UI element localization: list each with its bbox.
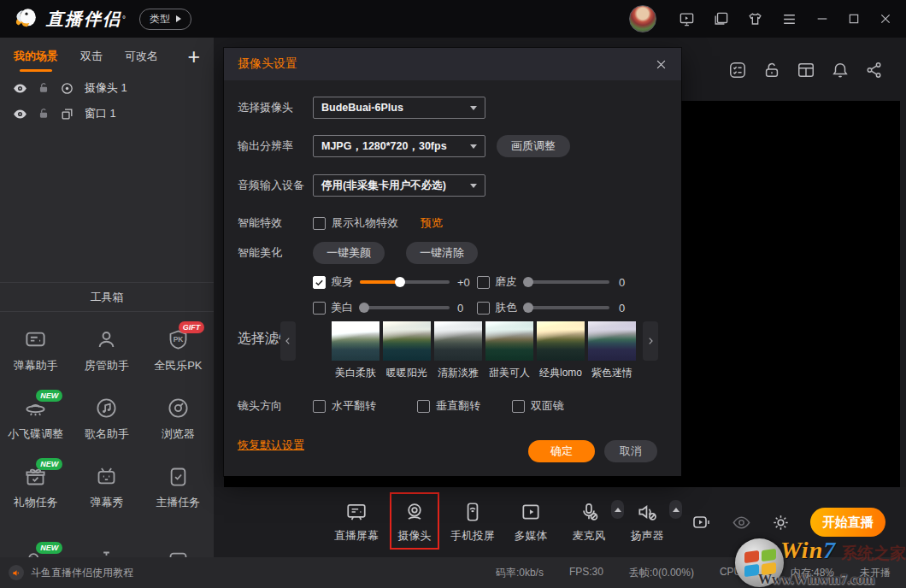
- tab-my-scene[interactable]: 我的场景: [14, 49, 58, 64]
- record-icon[interactable]: [691, 512, 712, 532]
- camera-settings-dialog: 摄像头设置 选择摄像头 BudeBuai-6Plus 输出分辨率 MJPG，12…: [224, 48, 681, 476]
- toolbar-item-live-screen[interactable]: 直播屏幕: [331, 497, 382, 547]
- filter-option[interactable]: 紫色迷情: [588, 321, 636, 380]
- tab-scene-3[interactable]: 可改名: [125, 49, 158, 64]
- tv-icon: [95, 465, 118, 488]
- bell-icon[interactable]: [831, 61, 850, 79]
- smart-effects-row: 智能特效 展示礼物特效 预览: [238, 215, 443, 231]
- filter-option[interactable]: 美白柔肤: [332, 321, 379, 380]
- add-scene-button[interactable]: +: [187, 48, 200, 65]
- screen-broadcast-icon[interactable]: [679, 11, 695, 27]
- skin-tone-checkbox[interactable]: [477, 302, 490, 315]
- scene-sidebar: 我的场景 双击 可改名 + 摄像头 1 窗口 1 工具箱 弹幕助手: [0, 38, 214, 557]
- cancel-button[interactable]: 取消: [604, 440, 657, 462]
- camera-select[interactable]: BudeBuai-6Plus: [313, 97, 485, 119]
- tool-cutoff-2[interactable]: [71, 517, 142, 557]
- gift-effects-checkbox[interactable]: [313, 217, 326, 230]
- tool-gift-task[interactable]: NEW 礼物任务: [0, 449, 71, 517]
- effects-preview-link[interactable]: 预览: [421, 215, 443, 231]
- slim-checkbox[interactable]: [313, 276, 326, 289]
- tab-scene-2[interactable]: 双击: [80, 49, 103, 64]
- toolbar-item-speaker[interactable]: 扬声器: [621, 497, 673, 547]
- source-row-window[interactable]: 窗口 1: [0, 101, 214, 126]
- watermark-site-url: Www.Winwin7.com: [758, 572, 875, 587]
- toolbar-item-camera[interactable]: 摄像头: [389, 497, 440, 547]
- tool-browser[interactable]: 浏览器: [143, 380, 214, 449]
- filter-next-arrow[interactable]: [643, 321, 658, 361]
- audio-input-select[interactable]: 停用(非采集卡用户不必选): [313, 174, 485, 197]
- tool-moderator-assistant[interactable]: 房管助手: [71, 312, 142, 380]
- whitening-checkbox[interactable]: [313, 302, 326, 315]
- filter-prev-arrow[interactable]: [280, 321, 296, 361]
- unlock-icon[interactable]: [762, 61, 781, 79]
- filter-thumbnail[interactable]: [332, 321, 379, 361]
- toolbar-item-microphone[interactable]: 麦克风: [563, 497, 615, 547]
- announcement-text: 斗鱼直播伴侣使用教程: [31, 566, 133, 580]
- tool-anchor-task[interactable]: 主播任务: [143, 449, 214, 517]
- play-triangle-icon: [176, 15, 181, 22]
- smooth-skin-checkbox[interactable]: [477, 276, 490, 289]
- minimize-button[interactable]: [815, 12, 829, 26]
- lock-open-icon[interactable]: [38, 108, 50, 120]
- windows-stack-icon[interactable]: [713, 11, 729, 27]
- visibility-eye-icon[interactable]: [13, 81, 27, 96]
- slim-slider[interactable]: [360, 280, 450, 284]
- slider-knob[interactable]: [395, 277, 405, 287]
- speaker-menu-button[interactable]: [669, 500, 682, 519]
- mirror-checkbox[interactable]: [512, 400, 525, 413]
- filter-option[interactable]: 暖暖阳光: [383, 321, 431, 380]
- ok-button[interactable]: 确定: [528, 440, 595, 462]
- toolbox-title: 工具箱: [0, 283, 214, 312]
- filter-thumbnail[interactable]: [485, 321, 533, 361]
- horizontal-flip-checkbox[interactable]: [313, 400, 326, 413]
- scene-type-button[interactable]: 类型: [139, 9, 191, 30]
- vertical-flip-checkbox[interactable]: [417, 400, 430, 413]
- tool-danmu-assistant[interactable]: 弹幕助手: [0, 312, 71, 380]
- announcement[interactable]: 斗鱼直播伴侣使用教程: [9, 565, 133, 580]
- preview-eye-icon[interactable]: [732, 513, 751, 532]
- checklist-icon[interactable]: [728, 61, 747, 79]
- menu-icon[interactable]: [781, 11, 797, 27]
- lock-open-icon[interactable]: [38, 82, 50, 94]
- close-button[interactable]: [879, 12, 892, 26]
- toolbar-item-multimedia[interactable]: 多媒体: [505, 497, 556, 547]
- slider-knob[interactable]: [523, 303, 533, 313]
- filter-thumbnail[interactable]: [383, 321, 431, 361]
- layout-icon[interactable]: [797, 61, 815, 79]
- slider-knob[interactable]: [359, 303, 369, 313]
- slider-knob[interactable]: [523, 277, 533, 287]
- one-key-beautify-button[interactable]: 一键美颜: [313, 242, 385, 264]
- dialog-close-icon[interactable]: [655, 58, 668, 71]
- filter-thumbnail[interactable]: [588, 321, 636, 361]
- filter-option[interactable]: 甜美可人: [485, 321, 533, 380]
- tool-pk[interactable]: PK GIFT 全民乐PK: [143, 312, 214, 380]
- source-row-camera[interactable]: 摄像头 1: [0, 75, 214, 101]
- visibility-eye-icon[interactable]: [13, 107, 27, 121]
- resolution-select[interactable]: MJPG，1280*720，30fps: [313, 135, 485, 157]
- tool-song-assistant[interactable]: 歌名助手: [71, 380, 142, 449]
- filter-thumbnail[interactable]: [434, 321, 482, 361]
- restore-defaults-link[interactable]: 恢复默认设置: [238, 438, 304, 453]
- tool-cutoff-3[interactable]: PK: [143, 517, 214, 557]
- tool-danmu-show[interactable]: 弹幕秀: [71, 449, 142, 517]
- one-key-clear-button[interactable]: 一键清除: [406, 242, 478, 264]
- tool-cutoff-1[interactable]: NEW: [0, 517, 71, 557]
- filter-option[interactable]: 经典lomo: [537, 321, 585, 380]
- toolbar-item-phone-cast[interactable]: 手机投屏: [447, 497, 498, 547]
- filter-thumbnail[interactable]: [537, 321, 585, 361]
- user-avatar[interactable]: [629, 5, 656, 32]
- active-tab-underline: [20, 69, 52, 72]
- maximize-button[interactable]: [847, 12, 861, 26]
- share-icon[interactable]: [865, 61, 884, 79]
- whitening-slider[interactable]: [360, 306, 450, 309]
- filter-option[interactable]: 清新淡雅: [434, 321, 482, 380]
- tool-ufo-adjust[interactable]: NEW 小飞碟调整: [0, 380, 71, 449]
- tshirt-icon[interactable]: [747, 11, 763, 27]
- skin-tone-slider[interactable]: [524, 306, 609, 309]
- gear-icon[interactable]: [771, 513, 791, 532]
- source-name: 窗口 1: [85, 106, 116, 121]
- quality-adjust-button[interactable]: 画质调整: [497, 135, 570, 157]
- fps-stat: FPS:30: [569, 566, 603, 580]
- smooth-skin-slider[interactable]: [524, 280, 609, 284]
- start-live-button[interactable]: 开始直播: [810, 508, 885, 537]
